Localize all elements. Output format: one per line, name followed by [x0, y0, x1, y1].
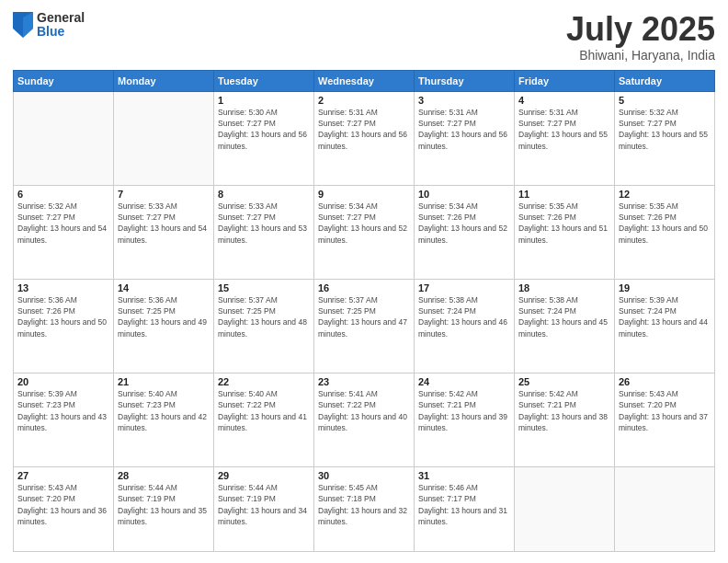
table-row: 6Sunrise: 5:32 AM Sunset: 7:27 PM Daylig… [14, 185, 114, 279]
day-number: 18 [518, 282, 610, 293]
sun-info: Sunrise: 5:38 AM Sunset: 7:24 PM Dayligh… [518, 294, 610, 339]
table-row: 24Sunrise: 5:42 AM Sunset: 7:21 PM Dayli… [415, 373, 515, 466]
day-number: 23 [318, 376, 410, 387]
table-row: 29Sunrise: 5:44 AM Sunset: 7:19 PM Dayli… [214, 467, 314, 552]
sun-info: Sunrise: 5:31 AM Sunset: 7:27 PM Dayligh… [318, 107, 410, 152]
sun-info: Sunrise: 5:46 AM Sunset: 7:17 PM Dayligh… [418, 482, 510, 527]
day-number: 14 [118, 282, 210, 293]
sun-info: Sunrise: 5:45 AM Sunset: 7:18 PM Dayligh… [318, 482, 410, 527]
day-number: 8 [218, 189, 310, 200]
logo-general-text: General [37, 11, 85, 25]
table-row: 3Sunrise: 5:31 AM Sunset: 7:27 PM Daylig… [415, 91, 515, 185]
col-tuesday: Tuesday [214, 70, 314, 91]
sun-info: Sunrise: 5:33 AM Sunset: 7:27 PM Dayligh… [218, 201, 310, 246]
day-number: 29 [218, 470, 310, 481]
page: General Blue July 2025 Bhiwani, Haryana,… [0, 0, 728, 563]
sun-info: Sunrise: 5:32 AM Sunset: 7:27 PM Dayligh… [619, 107, 711, 152]
sun-info: Sunrise: 5:42 AM Sunset: 7:21 PM Dayligh… [518, 388, 610, 433]
day-number: 2 [318, 95, 410, 106]
sun-info: Sunrise: 5:39 AM Sunset: 7:23 PM Dayligh… [17, 388, 109, 433]
day-number: 10 [418, 189, 510, 200]
calendar-week-row: 6Sunrise: 5:32 AM Sunset: 7:27 PM Daylig… [14, 185, 715, 279]
table-row: 22Sunrise: 5:40 AM Sunset: 7:22 PM Dayli… [214, 373, 314, 466]
calendar-week-row: 27Sunrise: 5:43 AM Sunset: 7:20 PM Dayli… [14, 467, 715, 552]
table-row: 25Sunrise: 5:42 AM Sunset: 7:21 PM Dayli… [515, 373, 615, 466]
table-row: 12Sunrise: 5:35 AM Sunset: 7:26 PM Dayli… [615, 185, 715, 279]
table-row: 21Sunrise: 5:40 AM Sunset: 7:23 PM Dayli… [114, 373, 214, 466]
location: Bhiwani, Haryana, India [566, 48, 715, 63]
day-number: 17 [418, 282, 510, 293]
day-number: 16 [318, 282, 410, 293]
day-number: 24 [418, 376, 510, 387]
sun-info: Sunrise: 5:34 AM Sunset: 7:27 PM Dayligh… [318, 201, 410, 246]
col-friday: Friday [515, 70, 615, 91]
calendar-week-row: 13Sunrise: 5:36 AM Sunset: 7:26 PM Dayli… [14, 279, 715, 373]
day-number: 22 [218, 376, 310, 387]
logo-blue-text: Blue [37, 25, 85, 39]
sun-info: Sunrise: 5:43 AM Sunset: 7:20 PM Dayligh… [17, 482, 109, 527]
table-row: 7Sunrise: 5:33 AM Sunset: 7:27 PM Daylig… [114, 185, 214, 279]
table-row: 9Sunrise: 5:34 AM Sunset: 7:27 PM Daylig… [314, 185, 415, 279]
sun-info: Sunrise: 5:35 AM Sunset: 7:26 PM Dayligh… [518, 201, 610, 246]
day-number: 21 [118, 376, 210, 387]
table-row: 10Sunrise: 5:34 AM Sunset: 7:26 PM Dayli… [415, 185, 515, 279]
sun-info: Sunrise: 5:40 AM Sunset: 7:23 PM Dayligh… [118, 388, 210, 433]
table-row: 20Sunrise: 5:39 AM Sunset: 7:23 PM Dayli… [14, 373, 114, 466]
day-number: 26 [619, 376, 711, 387]
calendar-week-row: 20Sunrise: 5:39 AM Sunset: 7:23 PM Dayli… [14, 373, 715, 466]
title-block: July 2025 Bhiwani, Haryana, India [566, 11, 715, 63]
day-number: 12 [619, 189, 711, 200]
sun-info: Sunrise: 5:36 AM Sunset: 7:26 PM Dayligh… [17, 294, 109, 339]
table-row: 19Sunrise: 5:39 AM Sunset: 7:24 PM Dayli… [615, 279, 715, 373]
col-sunday: Sunday [14, 70, 114, 91]
sun-info: Sunrise: 5:33 AM Sunset: 7:27 PM Dayligh… [118, 201, 210, 246]
table-row [114, 91, 214, 185]
logo: General Blue [13, 11, 85, 40]
table-row: 5Sunrise: 5:32 AM Sunset: 7:27 PM Daylig… [615, 91, 715, 185]
day-number: 4 [518, 95, 610, 106]
col-saturday: Saturday [615, 70, 715, 91]
calendar-week-row: 1Sunrise: 5:30 AM Sunset: 7:27 PM Daylig… [14, 91, 715, 185]
day-number: 13 [17, 282, 109, 293]
logo-text: General Blue [37, 11, 85, 40]
logo-icon [13, 12, 33, 38]
day-number: 20 [17, 376, 109, 387]
table-row: 28Sunrise: 5:44 AM Sunset: 7:19 PM Dayli… [114, 467, 214, 552]
day-number: 5 [619, 95, 711, 106]
month-title: July 2025 [566, 11, 715, 48]
day-number: 1 [218, 95, 310, 106]
day-number: 11 [518, 189, 610, 200]
table-row: 23Sunrise: 5:41 AM Sunset: 7:22 PM Dayli… [314, 373, 415, 466]
day-number: 9 [318, 189, 410, 200]
table-row: 26Sunrise: 5:43 AM Sunset: 7:20 PM Dayli… [615, 373, 715, 466]
table-row: 14Sunrise: 5:36 AM Sunset: 7:25 PM Dayli… [114, 279, 214, 373]
table-row: 11Sunrise: 5:35 AM Sunset: 7:26 PM Dayli… [515, 185, 615, 279]
day-number: 7 [118, 189, 210, 200]
table-row: 30Sunrise: 5:45 AM Sunset: 7:18 PM Dayli… [314, 467, 415, 552]
table-row [14, 91, 114, 185]
table-row [615, 467, 715, 552]
sun-info: Sunrise: 5:37 AM Sunset: 7:25 PM Dayligh… [218, 294, 310, 339]
table-row: 16Sunrise: 5:37 AM Sunset: 7:25 PM Dayli… [314, 279, 415, 373]
day-number: 27 [17, 470, 109, 481]
sun-info: Sunrise: 5:34 AM Sunset: 7:26 PM Dayligh… [418, 201, 510, 246]
sun-info: Sunrise: 5:44 AM Sunset: 7:19 PM Dayligh… [118, 482, 210, 527]
table-row: 4Sunrise: 5:31 AM Sunset: 7:27 PM Daylig… [515, 91, 615, 185]
col-wednesday: Wednesday [314, 70, 415, 91]
day-number: 28 [118, 470, 210, 481]
sun-info: Sunrise: 5:44 AM Sunset: 7:19 PM Dayligh… [218, 482, 310, 527]
table-row [515, 467, 615, 552]
day-number: 25 [518, 376, 610, 387]
table-row: 31Sunrise: 5:46 AM Sunset: 7:17 PM Dayli… [415, 467, 515, 552]
day-number: 19 [619, 282, 711, 293]
calendar-header-row: Sunday Monday Tuesday Wednesday Thursday… [14, 70, 715, 91]
table-row: 27Sunrise: 5:43 AM Sunset: 7:20 PM Dayli… [14, 467, 114, 552]
table-row: 15Sunrise: 5:37 AM Sunset: 7:25 PM Dayli… [214, 279, 314, 373]
sun-info: Sunrise: 5:40 AM Sunset: 7:22 PM Dayligh… [218, 388, 310, 433]
sun-info: Sunrise: 5:38 AM Sunset: 7:24 PM Dayligh… [418, 294, 510, 339]
table-row: 13Sunrise: 5:36 AM Sunset: 7:26 PM Dayli… [14, 279, 114, 373]
sun-info: Sunrise: 5:36 AM Sunset: 7:25 PM Dayligh… [118, 294, 210, 339]
table-row: 8Sunrise: 5:33 AM Sunset: 7:27 PM Daylig… [214, 185, 314, 279]
sun-info: Sunrise: 5:35 AM Sunset: 7:26 PM Dayligh… [619, 201, 711, 246]
sun-info: Sunrise: 5:32 AM Sunset: 7:27 PM Dayligh… [17, 201, 109, 246]
